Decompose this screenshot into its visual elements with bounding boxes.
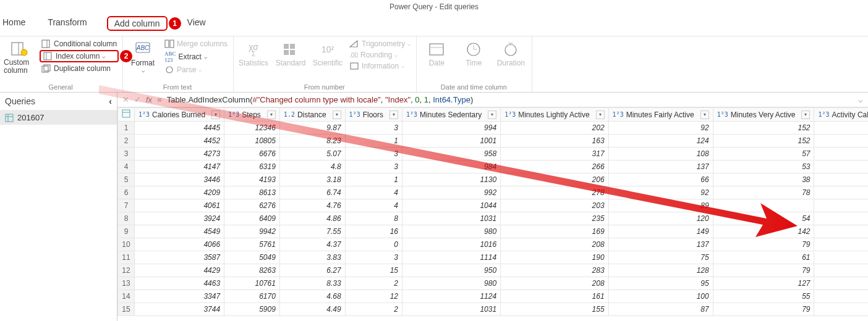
column-header[interactable]: 1²3Minutes Lightly Active▾ (501, 108, 608, 122)
row-number[interactable]: 15 (118, 303, 135, 316)
cell[interactable]: 6676 (224, 148, 280, 160)
cell[interactable]: 6319 (224, 160, 280, 173)
expand-formula-icon[interactable]: ⌵ (858, 95, 863, 104)
filter-dropdown-icon[interactable]: ▾ (211, 110, 220, 119)
cell[interactable]: 1974 (814, 251, 868, 264)
cell[interactable]: 4066 (135, 238, 224, 251)
cell[interactable]: 3 (345, 160, 402, 173)
cell[interactable]: 3744 (135, 303, 224, 316)
cell[interactable]: 1 (345, 135, 402, 148)
cell[interactable]: 3446 (135, 173, 224, 186)
column-header[interactable]: 1²3Minutes Sedentary▾ (402, 108, 501, 122)
filter-dropdown-icon[interactable]: ▾ (596, 110, 605, 119)
row-number[interactable]: 13 (118, 277, 135, 290)
cell[interactable]: 2774 (814, 186, 868, 199)
cell[interactable]: 208 (501, 277, 608, 290)
cell[interactable]: 89 (608, 199, 713, 212)
column-header[interactable]: 1²3Activity Calories▾ (814, 108, 868, 122)
row-number[interactable]: 1 (118, 122, 135, 135)
column-header[interactable]: 1²3Steps▾ (224, 108, 280, 122)
cell[interactable]: 87 (608, 303, 713, 316)
cell[interactable]: 10805 (224, 135, 280, 148)
scientific-button[interactable]: 10² Scientific (310, 39, 345, 69)
cell[interactable]: 958 (402, 148, 501, 160)
row-number[interactable]: 11 (118, 251, 135, 264)
cell[interactable]: 152 (713, 135, 814, 148)
row-number[interactable]: 8 (118, 212, 135, 225)
column-header[interactable]: 1²3Minutes Fairly Active▾ (608, 108, 713, 122)
cell[interactable]: 55 (713, 290, 814, 303)
cell[interactable]: 79 (713, 238, 814, 251)
cell[interactable]: 4429 (135, 264, 224, 277)
cell[interactable]: 283 (501, 264, 608, 277)
cell[interactable]: 5909 (224, 303, 280, 316)
cell[interactable]: 95 (608, 277, 713, 290)
cell[interactable]: 278 (501, 186, 608, 199)
cell[interactable]: 127 (713, 277, 814, 290)
tab-view[interactable]: View (185, 16, 208, 31)
cell[interactable]: 57 (713, 148, 814, 160)
cell[interactable]: 980 (402, 277, 501, 290)
extract-button[interactable]: ABC123 Extract ⌵ (163, 50, 229, 64)
cell[interactable]: 3 (345, 251, 402, 264)
cell[interactable]: 61 (713, 251, 814, 264)
cell[interactable]: 994 (402, 122, 501, 135)
cell[interactable]: 3026 (814, 122, 868, 135)
grid-corner[interactable] (118, 108, 135, 122)
cell[interactable]: 1114 (402, 251, 501, 264)
cell[interactable]: 4445 (135, 122, 224, 135)
merge-columns-button[interactable]: Merge columns (163, 39, 229, 49)
cell[interactable]: 4061 (135, 199, 224, 212)
cell[interactable]: 203 (501, 199, 608, 212)
cell[interactable]: 137 (608, 160, 713, 173)
cell[interactable]: 3587 (135, 251, 224, 264)
row-number[interactable]: 4 (118, 160, 135, 173)
row-number[interactable]: 6 (118, 186, 135, 199)
cell[interactable]: 984 (402, 160, 501, 173)
cell[interactable]: 4.76 (279, 199, 345, 212)
cell[interactable]: 208 (501, 238, 608, 251)
query-item[interactable]: 201607 (0, 110, 117, 125)
cell[interactable]: 3.83 (279, 251, 345, 264)
cell[interactable]: 4 (345, 199, 402, 212)
row-number[interactable]: 10 (118, 238, 135, 251)
collapse-chevron-icon[interactable]: ‹ (109, 96, 112, 106)
cell[interactable]: 1016 (402, 238, 501, 251)
cell[interactable]: 53 (713, 160, 814, 173)
cell[interactable]: 3924 (135, 212, 224, 225)
filter-dropdown-icon[interactable]: ▾ (389, 110, 398, 119)
cell[interactable]: 1031 (402, 212, 501, 225)
cell[interactable]: 54 (713, 212, 814, 225)
cell[interactable]: 12346 (224, 122, 280, 135)
cell[interactable]: 206 (501, 173, 608, 186)
cell[interactable]: 2442 (814, 212, 868, 225)
cell[interactable]: 169 (501, 225, 608, 238)
cell[interactable]: 38 (713, 173, 814, 186)
cell[interactable]: 66 (608, 173, 713, 186)
cell[interactable]: 92 (608, 122, 713, 135)
cell[interactable]: 6.74 (279, 186, 345, 199)
accept-icon[interactable]: ✓ (134, 95, 141, 104)
duplicate-column-button[interactable]: Duplicate column (40, 64, 119, 73)
cell[interactable]: 980 (402, 225, 501, 238)
cell[interactable]: 3.18 (279, 173, 345, 186)
cell[interactable]: 120 (608, 212, 713, 225)
cell[interactable]: 1 (345, 173, 402, 186)
cell[interactable]: 2 (345, 303, 402, 316)
cell[interactable]: 3029 (814, 264, 868, 277)
row-number[interactable]: 7 (118, 199, 135, 212)
cell[interactable]: 79 (713, 303, 814, 316)
cell[interactable]: 79 (713, 264, 814, 277)
cell[interactable]: 1869 (814, 173, 868, 186)
column-header[interactable]: 1²3Minutes Very Active▾ (713, 108, 814, 122)
index-column-button[interactable]: Index column ⌵ 2 (40, 50, 119, 62)
cell[interactable]: 950 (402, 264, 501, 277)
cell[interactable]: 4.86 (279, 212, 345, 225)
cell[interactable]: 152 (713, 122, 814, 135)
cell[interactable]: 8613 (224, 186, 280, 199)
time-button[interactable]: Time (456, 39, 491, 69)
cell[interactable]: 2194 (814, 303, 868, 316)
cell[interactable]: 0 (345, 238, 402, 251)
cell[interactable]: 8 (345, 212, 402, 225)
cell[interactable]: 8263 (224, 264, 280, 277)
